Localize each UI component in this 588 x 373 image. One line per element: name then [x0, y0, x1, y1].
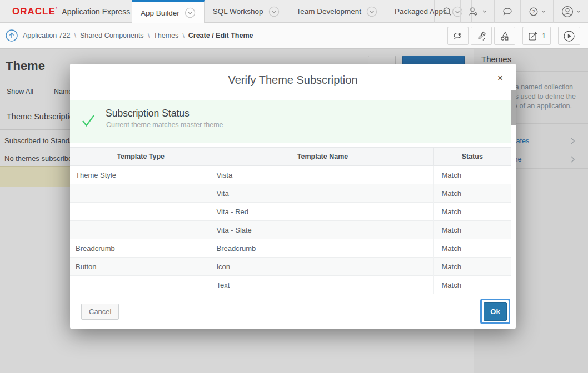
breadcrumb-application[interactable]: Application 722	[23, 32, 70, 39]
table-row: Theme StyleVistaMatch	[70, 166, 511, 184]
apex-screen: ORACLE’ Application Express App Builder …	[0, 0, 588, 373]
top-nav: ORACLE’ Application Express App Builder …	[0, 0, 588, 23]
modal-footer: Cancel Ok	[70, 295, 516, 329]
chevron-down-icon	[482, 10, 487, 13]
ok-button-focus-ring: Ok	[480, 299, 510, 324]
close-icon[interactable]: ×	[494, 72, 507, 85]
status-detail: Current theme matches master theme	[106, 121, 223, 129]
tab-app-builder[interactable]: App Builder	[132, 0, 205, 23]
admin-user-icon[interactable]	[460, 0, 494, 23]
subscription-status-banner: Subscription Status Current theme matche…	[70, 100, 516, 143]
cell-template-type: Button	[70, 258, 212, 276]
chevron-down-icon	[576, 10, 581, 13]
run-application-button[interactable]	[558, 27, 580, 45]
help-icon[interactable]: ?	[520, 0, 553, 23]
chevron-down-circle-icon	[185, 7, 196, 18]
breadcrumb-bar: Application 722 \ Shared Components \ Th…	[0, 23, 588, 49]
cell-template-name: Text	[212, 276, 433, 294]
cell-status: Match	[433, 258, 511, 276]
breadcrumb-current: Create / Edit Theme	[188, 32, 253, 39]
table-row: BreadcrumbBreadcrumbMatch	[70, 239, 511, 258]
cell-template-type	[70, 276, 212, 294]
cell-template-name: Vista	[212, 166, 433, 184]
oracle-wordmark: ORACLE’	[12, 6, 57, 17]
modal-scrollbar	[511, 90, 516, 295]
table-row: Vita - SlateMatch	[70, 221, 511, 239]
chevron-down-icon	[541, 10, 546, 13]
status-heading: Subscription Status	[106, 108, 190, 119]
search-icon[interactable]	[434, 0, 460, 23]
breadcrumb-themes[interactable]: Themes	[153, 32, 178, 39]
cell-template-name: Icon	[212, 258, 433, 276]
cell-status: Match	[433, 239, 511, 258]
verify-theme-subscription-dialog: Verify Theme Subscription × Subscription…	[70, 64, 516, 329]
go-up-icon[interactable]	[6, 29, 18, 42]
modal-title: Verify Theme Subscription	[70, 64, 516, 87]
cell-status: Match	[433, 221, 511, 239]
product-name: Application Express	[62, 7, 130, 16]
cell-status: Match	[433, 276, 511, 294]
main-tabs: App Builder SQL Workshop Team Developmen…	[132, 0, 472, 23]
edit-page-button[interactable]: 1	[522, 27, 551, 45]
nav-utility-icons: ?	[434, 0, 588, 23]
svg-text:?: ?	[532, 9, 535, 14]
cancel-button[interactable]: Cancel	[81, 304, 119, 320]
chevron-down-circle-icon	[268, 6, 280, 17]
page-toolbar: 1	[447, 27, 580, 45]
cell-template-name: Vita - Red	[212, 203, 433, 221]
user-account-icon[interactable]	[553, 0, 588, 23]
table-row: VitaMatch	[70, 184, 511, 203]
scrollbar-thumb[interactable]	[511, 90, 516, 125]
cell-status: Match	[433, 203, 511, 221]
oracle-apex-logo[interactable]: ORACLE’ Application Express	[12, 0, 130, 23]
table-row: TextMatch	[70, 276, 511, 294]
column-status: Status	[433, 148, 511, 166]
cell-template-type	[70, 221, 212, 239]
breadcrumb: Application 722 \ Shared Components \ Th…	[23, 23, 253, 48]
cell-template-name: Vita - Slate	[212, 221, 433, 239]
tab-team-development[interactable]: Team Development	[288, 0, 386, 23]
template-verification-table: Template Type Template Name Status Theme…	[70, 147, 511, 294]
cell-template-type	[70, 184, 212, 203]
cell-template-type	[70, 203, 212, 221]
debug-flashlight-button[interactable]	[471, 27, 492, 45]
column-template-name: Template Name	[212, 148, 433, 166]
cell-template-name: Breadcrumb	[212, 239, 433, 258]
breadcrumb-shared-components[interactable]: Shared Components	[80, 32, 144, 39]
column-template-type: Template Type	[70, 148, 212, 166]
feedback-chat-icon[interactable]	[494, 0, 520, 23]
ok-button[interactable]: Ok	[484, 302, 507, 321]
modal-body: Subscription Status Current theme matche…	[70, 90, 516, 295]
cell-template-type: Breadcrumb	[70, 239, 212, 258]
table-header-row: Template Type Template Name Status	[70, 148, 511, 166]
modal-header: Verify Theme Subscription ×	[70, 64, 516, 90]
cell-status: Match	[433, 166, 511, 184]
tab-sql-workshop[interactable]: SQL Workshop	[205, 0, 288, 23]
cell-template-name: Vita	[212, 184, 433, 203]
table-row: ButtonIconMatch	[70, 258, 511, 276]
table-row: Vita - RedMatch	[70, 203, 511, 221]
edit-page-number: 1	[542, 32, 546, 40]
shared-components-shapes-button[interactable]	[494, 27, 515, 45]
cell-status: Match	[433, 184, 511, 203]
chevron-down-circle-icon	[366, 6, 377, 17]
feedback-button[interactable]	[447, 27, 469, 45]
checkmark-icon	[81, 113, 96, 128]
cell-template-type: Theme Style	[70, 166, 212, 184]
